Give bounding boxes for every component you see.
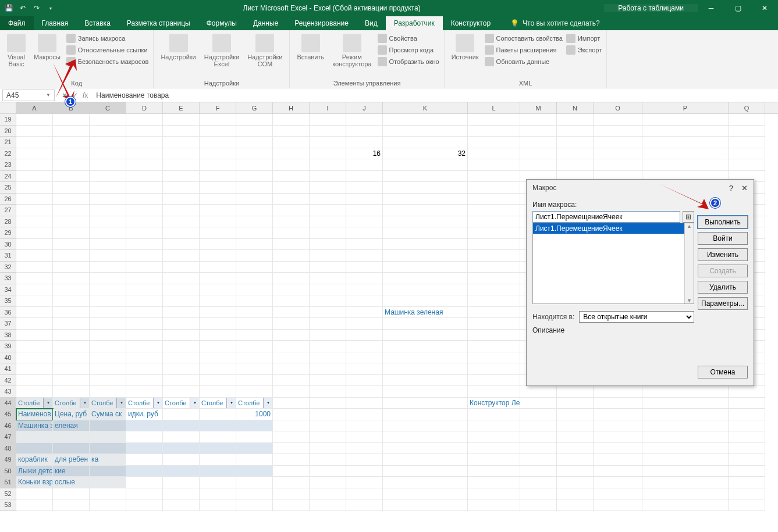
cell[interactable]	[383, 375, 468, 387]
cell[interactable]	[346, 499, 383, 511]
cell[interactable]	[16, 431, 53, 443]
cell[interactable]: Коньки взр	[16, 477, 53, 488]
cell[interactable]	[383, 126, 468, 137]
cell[interactable]	[163, 477, 200, 488]
cell[interactable]	[53, 386, 90, 398]
cell[interactable]	[200, 386, 236, 398]
row-header[interactable]: 29	[0, 227, 16, 239]
cell[interactable]: Сумма ск	[90, 409, 126, 420]
qat-dropdown-icon[interactable]: ▾	[45, 3, 56, 13]
cell[interactable]: Столбе▾	[200, 398, 236, 409]
cell[interactable]	[200, 148, 236, 160]
cell[interactable]	[346, 420, 383, 432]
cell[interactable]	[16, 250, 53, 262]
cell[interactable]	[236, 352, 273, 364]
cell[interactable]	[729, 443, 765, 455]
column-header[interactable]: A	[16, 102, 53, 113]
cell[interactable]	[126, 375, 163, 387]
cell[interactable]	[594, 499, 642, 511]
cell[interactable]	[383, 431, 468, 443]
cell[interactable]	[53, 488, 90, 500]
cell[interactable]	[16, 227, 53, 239]
cell[interactable]	[346, 159, 383, 171]
xml-expansion-packs-button[interactable]: Пакеты расширения	[485, 44, 563, 56]
cell[interactable]	[310, 216, 346, 228]
cell[interactable]	[163, 126, 200, 137]
cell[interactable]	[346, 262, 383, 273]
cell[interactable]	[557, 431, 594, 443]
cell[interactable]	[557, 159, 594, 171]
record-macro-button[interactable]: Запись макроса	[66, 33, 149, 44]
row-header[interactable]: 26	[0, 194, 16, 205]
cell[interactable]	[90, 375, 126, 387]
cell[interactable]	[163, 420, 200, 432]
cell[interactable]	[594, 398, 642, 409]
cell[interactable]	[126, 137, 163, 148]
cell[interactable]	[16, 352, 53, 364]
cell[interactable]	[90, 216, 126, 228]
cell[interactable]	[468, 352, 520, 364]
cell[interactable]	[163, 409, 200, 420]
cell[interactable]	[16, 148, 53, 160]
cell[interactable]	[520, 431, 557, 443]
cell[interactable]	[90, 307, 126, 319]
cell[interactable]	[346, 330, 383, 341]
cell[interactable]	[163, 341, 200, 352]
fx-icon[interactable]: fx	[83, 91, 88, 99]
cell[interactable]	[236, 159, 273, 171]
cell[interactable]	[16, 363, 53, 375]
edit-button[interactable]: Изменить	[698, 248, 748, 261]
cell[interactable]	[126, 182, 163, 194]
cell[interactable]	[346, 318, 383, 330]
cell[interactable]	[310, 295, 346, 307]
row-header[interactable]: 28	[0, 216, 16, 228]
cell[interactable]	[163, 386, 200, 398]
cell[interactable]	[520, 409, 557, 420]
cell[interactable]	[346, 171, 383, 183]
cell[interactable]	[729, 431, 765, 443]
cell[interactable]	[90, 386, 126, 398]
redo-icon[interactable]: ↷	[31, 3, 42, 13]
cell[interactable]	[53, 250, 90, 262]
row-header[interactable]: 24	[0, 171, 16, 183]
cell[interactable]	[310, 227, 346, 239]
cell[interactable]: еленая	[53, 420, 90, 432]
row-header[interactable]: 23	[0, 159, 16, 171]
filter-icon[interactable]: ▾	[190, 398, 199, 409]
cell[interactable]	[310, 488, 346, 500]
cell[interactable]	[273, 126, 310, 137]
cell[interactable]	[346, 386, 383, 398]
cell[interactable]	[236, 318, 273, 330]
row-header[interactable]: 34	[0, 284, 16, 296]
cell[interactable]	[163, 466, 200, 477]
cell[interactable]: Конструктор Лего	[468, 398, 520, 409]
cell[interactable]	[273, 284, 310, 296]
cell[interactable]	[310, 352, 346, 364]
cell[interactable]	[642, 499, 729, 511]
cell[interactable]	[273, 159, 310, 171]
cell[interactable]	[310, 443, 346, 455]
cell[interactable]	[468, 273, 520, 284]
cell[interactable]	[642, 126, 729, 137]
cell[interactable]	[468, 205, 520, 216]
row-header[interactable]: 46	[0, 420, 16, 432]
cell[interactable]	[383, 239, 468, 251]
row-header[interactable]: 45	[0, 409, 16, 420]
column-header[interactable]: N	[557, 102, 594, 113]
cell[interactable]	[273, 409, 310, 420]
cell[interactable]	[642, 454, 729, 466]
cell[interactable]	[200, 375, 236, 387]
cell[interactable]	[90, 262, 126, 273]
cell[interactable]	[310, 171, 346, 183]
row-header[interactable]: 47	[0, 431, 16, 443]
cell[interactable]	[163, 137, 200, 148]
cell[interactable]	[53, 194, 90, 205]
cell[interactable]	[273, 205, 310, 216]
cell[interactable]	[346, 409, 383, 420]
filter-icon[interactable]: ▾	[80, 398, 89, 409]
cell[interactable]	[729, 420, 765, 432]
delete-button[interactable]: Удалить	[698, 281, 748, 294]
cell[interactable]	[53, 273, 90, 284]
run-dialog-button[interactable]: Отобразить окно	[378, 56, 439, 67]
cell[interactable]: Столбе▾	[53, 398, 90, 409]
